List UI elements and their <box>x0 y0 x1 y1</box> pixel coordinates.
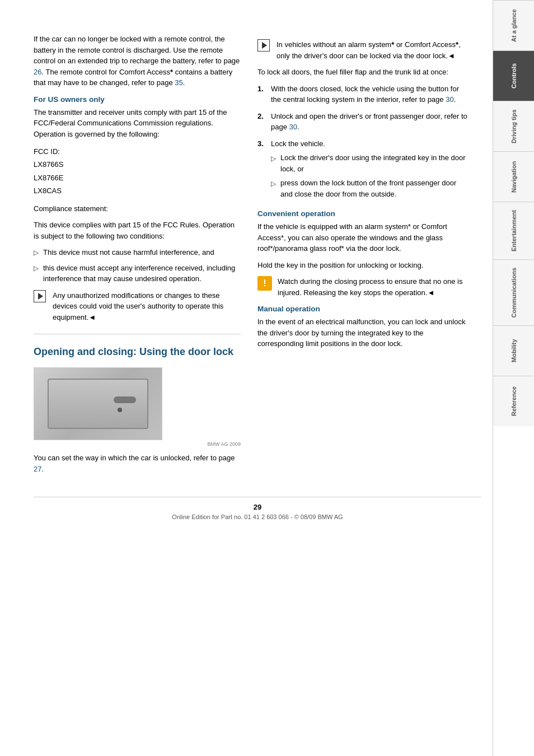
condition-1: ▷ This device must not cause harmful int… <box>34 247 241 258</box>
step-2: 2. Unlock and open the driver's or front… <box>257 111 470 133</box>
sub-arrow-1: ▷ <box>271 153 276 174</box>
page-number: 29 <box>34 503 481 511</box>
warning-icon: ! <box>257 276 272 291</box>
sub-step-1: ▷ Lock the driver's door using the integ… <box>271 152 470 174</box>
image-caption: You can set the way in which the car is … <box>34 452 241 474</box>
sidebar: At a glance Controls Driving tips Naviga… <box>493 0 534 756</box>
play-icon-box-right <box>257 39 271 53</box>
link-page-35[interactable]: 35 <box>175 78 182 87</box>
door-handle <box>114 396 136 403</box>
play-icon-right <box>257 39 270 52</box>
driver-door-notice: In vehicles without an alarm system* or … <box>257 39 470 61</box>
sidebar-tab-driving-tips[interactable]: Driving tips <box>493 101 534 151</box>
steps-list: 1. With the doors closed, lock the vehic… <box>257 83 470 203</box>
warning-notice: ! Watch during the closing process to en… <box>257 276 470 298</box>
play-icon-box <box>34 290 47 304</box>
driver-door-text: In vehicles without an alarm system* or … <box>277 39 470 61</box>
door-detail <box>48 379 148 429</box>
image-watermark: BMW AG 2009 <box>34 441 241 447</box>
fcc-id-3: LX8CAS <box>34 186 62 195</box>
page-footer: 29 Online Edition for Part no. 01 41 2 6… <box>34 497 481 520</box>
sidebar-tab-at-a-glance[interactable]: At a glance <box>493 0 534 50</box>
sub-step-1-text: Lock the driver's door using the integra… <box>280 152 470 174</box>
sub-step-2: ▷ press down the lock button of the fron… <box>271 178 470 199</box>
section-divider <box>34 334 241 334</box>
convenient-paragraph-1: If the vehicle is equipped with an alarm… <box>257 221 470 254</box>
unauthorized-notice: Any unauthorized modifications or change… <box>34 290 241 323</box>
convenient-heading: Convenient operation <box>257 209 470 218</box>
left-column: If the car can no longer be locked with … <box>34 34 241 480</box>
compliance-label: Compliance statement: <box>34 203 241 214</box>
door-lock-heading: Opening and closing: Using the door lock <box>34 346 241 358</box>
right-column: In vehicles without an alarm system* or … <box>257 34 470 480</box>
sidebar-tab-entertainment[interactable]: Entertainment <box>493 202 534 259</box>
link-page-27[interactable]: 27 <box>34 465 41 473</box>
step-3-num: 3. <box>257 138 266 203</box>
step-2-num: 2. <box>257 111 266 133</box>
intro-paragraph: If the car can no longer be locked with … <box>34 34 241 88</box>
sidebar-tab-communications[interactable]: Communications <box>493 259 534 325</box>
us-owners-paragraph: The transmitter and receiver units compl… <box>34 107 241 140</box>
arrow-icon-1: ▷ <box>34 248 39 258</box>
footer-text: Online Edition for Part no. 01 41 2 603 … <box>34 514 481 520</box>
conditions-list: ▷ This device must not cause harmful int… <box>34 247 241 284</box>
step-2-text: Unlock and open the driver's or front pa… <box>271 111 470 133</box>
manual-paragraph: In the event of an electrical malfunctio… <box>257 316 470 349</box>
sub-arrow-2: ▷ <box>271 179 276 199</box>
step-1-num: 1. <box>257 83 266 105</box>
step-1-text: With the doors closed, lock the vehicle … <box>271 83 470 105</box>
sidebar-tab-reference[interactable]: Reference <box>493 376 534 426</box>
arrow-icon-2: ▷ <box>34 263 39 284</box>
fcc-id-1: LX8766S <box>34 160 64 169</box>
door-lock-dot <box>118 408 122 412</box>
warning-text: Watch during the closing process to ensu… <box>278 276 470 298</box>
sidebar-tab-mobility[interactable]: Mobility <box>493 325 534 376</box>
play-icon <box>34 290 46 302</box>
step-3-text: Lock the vehicle. <box>271 139 325 148</box>
fcc-id-2: LX8766E <box>34 174 64 182</box>
condition-2: ▷ this device must accept any interferen… <box>34 263 241 284</box>
manual-heading: Manual operation <box>257 305 470 313</box>
compliance-paragraph: This device complies with part 15 of the… <box>34 220 241 241</box>
step-1: 1. With the doors closed, lock the vehic… <box>257 83 470 105</box>
door-image <box>34 367 162 440</box>
door-image-inner <box>34 368 162 440</box>
fcc-ids-block: FCC ID: LX8766S LX8766E LX8CAS <box>34 145 241 198</box>
link-page-30b[interactable]: 30 <box>289 123 297 131</box>
sub-steps-list: ▷ Lock the driver's door using the integ… <box>271 152 470 199</box>
step-3-content: Lock the vehicle. ▷ Lock the driver's do… <box>271 138 470 203</box>
sidebar-tab-navigation[interactable]: Navigation <box>493 151 534 202</box>
step-3: 3. Lock the vehicle. ▷ Lock the driver's… <box>257 138 470 203</box>
us-owners-heading: For US owners only <box>34 95 241 104</box>
convenient-paragraph-2: Hold the key in the position for unlocki… <box>257 260 470 271</box>
sidebar-tab-controls[interactable]: Controls <box>493 50 534 101</box>
fcc-label: FCC ID: <box>34 147 60 156</box>
sub-step-2-text: press down the lock button of the front … <box>280 178 470 199</box>
link-page-26[interactable]: 26 <box>34 68 41 76</box>
link-page-30a[interactable]: 30 <box>446 95 453 104</box>
lock-all-intro: To lock all doors, the fuel filler flap … <box>257 67 470 78</box>
unauthorized-text: Any unauthorized modifications or change… <box>53 290 241 323</box>
